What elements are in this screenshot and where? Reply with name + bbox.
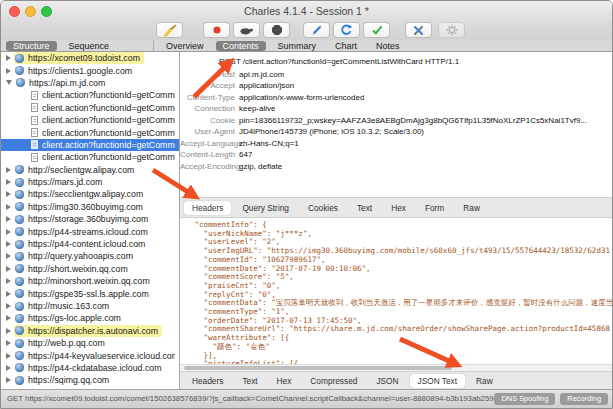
expand-triangle-icon[interactable] — [6, 303, 11, 309]
host-globe-icon — [15, 240, 24, 249]
expand-triangle-icon[interactable] — [6, 191, 11, 197]
tree-row-request[interactable]: client.action?functionId=getCommen — [1, 151, 179, 163]
tab-chart[interactable]: Chart — [328, 41, 364, 51]
compose-button[interactable] — [303, 22, 330, 38]
tree-row-host[interactable]: https://storage.360buyimg.com — [1, 213, 179, 225]
horizontal-scrollbar[interactable] — [180, 364, 612, 371]
tab-cookies[interactable]: Cookies — [300, 201, 346, 215]
expand-triangle-icon[interactable] — [6, 315, 11, 321]
tab-query-string[interactable]: Query String — [234, 201, 297, 215]
tree-row-host[interactable]: http://seclientgw.alipay.com — [1, 164, 179, 176]
tree-row-request[interactable]: client.action?functionId=getCommen — [1, 139, 179, 151]
settings-button[interactable] — [438, 22, 465, 38]
tab-hex[interactable]: Hex — [383, 201, 414, 215]
throttle-button[interactable] — [233, 22, 260, 38]
tree-row-host[interactable]: https://xcomet09.todoist.com — [1, 52, 179, 64]
tree-row-host[interactable]: http://web.p.qq.com — [1, 337, 179, 349]
expand-triangle-icon[interactable] — [6, 55, 11, 61]
request-doc-icon — [31, 153, 38, 162]
tab-contents[interactable]: Contents — [216, 41, 266, 51]
host-globe-icon — [15, 302, 24, 311]
tree-row-host[interactable]: https://api.m.jd.com — [1, 77, 179, 89]
tree-row-request[interactable]: client.action?functionId=getCommen — [1, 89, 179, 101]
tree-row-request[interactable]: client.action?functionId=getCommen — [1, 102, 179, 114]
expand-triangle-icon[interactable] — [6, 167, 11, 173]
scrollbar-thumb[interactable] — [184, 366, 452, 370]
tree-row-host[interactable]: http://query.yahooapis.com — [1, 250, 179, 262]
tree-row-host[interactable]: http://music.163.com — [1, 300, 179, 312]
expand-triangle-icon[interactable] — [6, 291, 11, 297]
tab-hex[interactable]: Hex — [269, 374, 300, 388]
main-split: https://xcomet09.todoist.comhttps://clie… — [1, 52, 612, 389]
tab-form[interactable]: Form — [417, 201, 452, 215]
tree-row-host[interactable]: https://sqimg.qq.com — [1, 374, 179, 386]
expand-triangle-icon[interactable] — [6, 216, 11, 222]
tab-headers[interactable]: Headers — [184, 201, 231, 215]
tree-row-host[interactable]: https://p44-streams.icloud.com — [1, 225, 179, 237]
expand-triangle-icon[interactable] — [6, 328, 11, 334]
tree-row-host[interactable]: http://short.weixin.qq.com — [1, 263, 179, 275]
expand-triangle-icon[interactable] — [6, 68, 11, 74]
tree-row-label: https://secclientgw.alipay.com — [28, 189, 143, 199]
header-value: pin=18366119732_p;wskey=AAFZA3e8AEBgDmAj… — [239, 115, 587, 127]
tab-overview[interactable]: Overview — [159, 41, 211, 51]
expand-triangle-icon[interactable] — [6, 340, 11, 346]
host-globe-icon — [15, 66, 24, 75]
badge-dns-spoofing: DNS Spoofing — [494, 393, 555, 405]
tree-row-host[interactable]: https://gs-loc.apple.com — [1, 312, 179, 324]
zoom-window-icon[interactable] — [41, 6, 52, 17]
tab-raw[interactable]: Raw — [468, 374, 501, 388]
tab-text[interactable]: Text — [349, 201, 380, 215]
header-name: Accept — [180, 80, 235, 92]
header-name: User-Agent — [180, 126, 235, 138]
collapse-triangle-icon[interactable] — [6, 80, 12, 85]
tree-row-host[interactable]: https://p44-ckdatabase.icloud.com — [1, 362, 179, 374]
close-window-icon[interactable] — [9, 6, 20, 17]
tree-row-host[interactable]: https://mars.jd.com — [1, 176, 179, 188]
tab-text[interactable]: Text — [234, 374, 265, 388]
repeat-button[interactable] — [333, 22, 360, 38]
host-globe-icon — [15, 227, 24, 236]
tab-json-text[interactable]: JSON Text — [410, 374, 466, 388]
tree-row-host[interactable]: https://clients1.google.com — [1, 64, 179, 76]
tree-row-host[interactable]: https://img30.360buyimg.com — [1, 201, 179, 213]
tree-row-content: http://seclientgw.alipay.com — [14, 164, 138, 176]
tab-headers[interactable]: Headers — [184, 374, 231, 388]
host-globe-icon — [15, 277, 24, 286]
tab-summary[interactable]: Summary — [271, 41, 324, 51]
tree-row-host[interactable]: https://dispatcher.is.autonavi.com — [1, 325, 179, 337]
validate-button[interactable] — [363, 22, 390, 38]
tools-button[interactable] — [405, 22, 432, 38]
tree-row-content: https://img30.360buyimg.com — [14, 201, 147, 213]
expand-triangle-icon[interactable] — [6, 204, 11, 210]
header-row: User-AgentJD4iPhone/145739 (iPhone; iOS … — [180, 126, 612, 138]
tab-sequence[interactable]: Sequence — [62, 41, 117, 51]
expand-triangle-icon[interactable] — [6, 229, 11, 235]
expand-triangle-icon[interactable] — [6, 179, 11, 185]
expand-triangle-icon[interactable] — [6, 365, 11, 371]
expand-triangle-icon[interactable] — [6, 353, 11, 359]
tree-row-host[interactable]: https://p44-content.icloud.com — [1, 238, 179, 250]
minimize-window-icon[interactable] — [25, 6, 36, 17]
tree-row-host[interactable]: https://p44-keyvalueservice.icloud.com — [1, 349, 179, 361]
expand-triangle-icon[interactable] — [6, 253, 11, 259]
expand-triangle-icon[interactable] — [6, 266, 11, 272]
tab-json[interactable]: JSON — [368, 374, 406, 388]
tab-notes[interactable]: Notes — [369, 41, 407, 51]
expand-triangle-icon[interactable] — [6, 278, 11, 284]
breakpoints-button[interactable] — [263, 22, 290, 38]
tree-row-request[interactable]: client.action?functionId=getCommen — [1, 114, 179, 126]
tree-row-host[interactable]: http://minorshort.weixin.qq.com — [1, 275, 179, 287]
clear-session-button[interactable] — [156, 22, 183, 38]
expand-triangle-icon[interactable] — [6, 377, 11, 383]
tab-compressed[interactable]: Compressed — [302, 374, 365, 388]
tree-row-host[interactable]: https://secclientgw.alipay.com — [1, 188, 179, 200]
tab-structure[interactable]: Structure — [6, 41, 57, 51]
request-line: POST /client.action?functionId=getCommen… — [219, 57, 459, 66]
tab-raw[interactable]: Raw — [455, 201, 488, 215]
tree-row-host[interactable]: https://gspe35-ssl.ls.apple.com — [1, 287, 179, 299]
tree-row-content: https://sqimg.qq.com — [14, 374, 113, 386]
record-button[interactable] — [203, 22, 230, 38]
tree-row-request[interactable]: client.action?functionId=getCommen — [1, 126, 179, 138]
expand-triangle-icon[interactable] — [6, 241, 11, 247]
